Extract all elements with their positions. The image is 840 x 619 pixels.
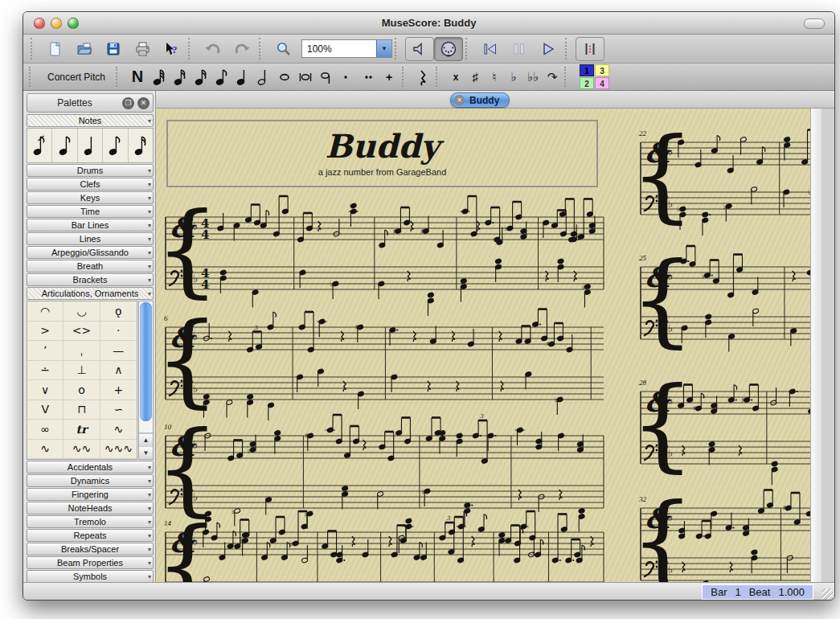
redo-button[interactable] [227,37,256,61]
longa-note-button[interactable] [316,66,337,88]
palette-item-marcato[interactable]: ∧ [100,361,137,381]
toolbar-separator[interactable] [402,67,410,87]
new-button[interactable] [41,37,70,61]
toolbar-separator[interactable] [29,67,37,87]
sound-on-button[interactable] [405,37,434,61]
palette-scrollbar-thumb[interactable] [140,302,152,421]
palette-item-ouvert[interactable]: ǫ [100,301,137,322]
32nd-note-button[interactable] [170,66,191,88]
voice-4-button[interactable]: 4 [595,77,609,89]
palette-section-clefs[interactable]: Clefs▾ [27,178,154,191]
tie-button[interactable]: + [379,66,400,88]
tab-close-icon[interactable]: ✕ [454,95,465,105]
palette-item-prall-prall[interactable]: ∿∿ [64,440,100,460]
palette-section-symbols[interactable]: Symbols▾ [27,570,154,582]
zoom-select[interactable]: 100%▼ [301,39,392,58]
zoom-dropdown-arrow-icon[interactable]: ▼ [376,40,391,57]
title-bar[interactable]: MuseScore: Buddy [23,12,834,35]
palette-item-fermata[interactable]: ◠ [27,301,64,322]
print-button[interactable] [128,37,157,61]
palette-item-appoggiatura-eighth[interactable] [52,129,77,162]
score-title-frame[interactable]: Buddy a jazz number from GarageBand [166,120,598,187]
palette-item-tenuto[interactable]: — [100,341,137,361]
voice-2-button[interactable]: 2 [580,77,594,89]
palettes-close-button[interactable]: ✕ [137,97,150,109]
whats-this-button[interactable]: ? [157,37,186,61]
palette-section-breath[interactable]: Breath▾ [27,260,154,273]
palette-section-keys[interactable]: Keys▾ [27,191,154,204]
palette-item-staccato[interactable]: · [100,322,137,342]
palette-item-prall[interactable]: ∿ [100,420,137,440]
palette-item-espressivo[interactable]: <> [64,322,100,342]
palette-section-brackets[interactable]: Brackets▾ [27,273,154,286]
palette-item-grace-eighth[interactable] [103,129,128,162]
palette-item-open-harmonic[interactable]: o [64,380,100,400]
palette-section-lines[interactable]: Lines▾ [27,232,154,245]
palette-item-grace-16th[interactable] [129,129,153,162]
score-vertical-scrollbar[interactable] [810,109,822,582]
palette-item-staccatissimo-above[interactable]: ʼ [27,341,64,361]
palette-section-fingering[interactable]: Fingering▾ [27,488,154,501]
natural-button[interactable]: ♮ [485,66,504,88]
palette-item-fermata-below[interactable]: ◡ [64,301,100,322]
palette-item-portato-below[interactable]: ⊥ [64,361,100,381]
palette-section-drums[interactable]: Drums▾ [27,164,154,177]
palette-section-beam-properties[interactable]: Beam Properties▾ [27,556,154,569]
palette-item-marcato-below[interactable]: ∨ [27,380,64,400]
toolbar-separator[interactable] [565,38,573,59]
palette-item-up-bow[interactable]: V [27,400,64,420]
toolbar-separator[interactable] [395,38,403,59]
resize-grip[interactable] [822,588,833,600]
voice-1-button[interactable]: 1 [580,64,594,76]
palette-section-repeats[interactable]: Repeats▾ [27,529,154,542]
palette-item-staccatissimo-below[interactable]: ˌ [64,341,100,361]
16th-note-button[interactable] [191,66,211,88]
palette-item-mordent[interactable]: ∿ [27,440,64,460]
toolbar-separator[interactable] [436,67,444,87]
half-note-button[interactable] [253,66,274,88]
magnifier-button[interactable] [269,37,298,61]
palette-section-accidentals[interactable]: Accidentals▾ [27,461,154,473]
toolbar-separator[interactable] [188,38,196,59]
palette-scrollbar[interactable]: ▲ ▼ [138,301,154,460]
palette-item-portato-above[interactable]: ∸ [27,361,64,381]
play-repeats-button[interactable] [576,37,604,61]
palette-item-reverse-turn[interactable]: ∞ [27,420,64,440]
quarter-rest-button[interactable] [412,66,433,88]
concert-pitch-button[interactable]: Concert Pitch [39,72,113,83]
double-flat-button[interactable]: ♭♭ [523,66,543,88]
note-entry-button[interactable]: N [126,68,149,86]
augmentation-dot-button[interactable] [337,66,358,88]
palette-item-sforzato-accent[interactable]: > [27,322,64,342]
palette-item-down-bow[interactable]: ⊓ [64,400,100,420]
eighth-note-button[interactable] [211,66,232,88]
palette-item-grace-quarter[interactable] [78,129,103,162]
breve-note-button[interactable] [295,66,316,88]
save-button[interactable] [99,37,128,61]
document-tab-buddy[interactable]: ✕ Buddy [450,92,510,108]
flip-direction-button[interactable]: ↷ [543,66,562,88]
flat-button[interactable]: ♭ [504,66,523,88]
palette-section-arpeggio-glissando[interactable]: Arpeggio/Glissando▾ [27,246,154,259]
palette-item-turn[interactable]: ∽ [100,400,137,420]
palettes-header[interactable]: Palettes ❐ ✕ [27,93,154,113]
toolbar-separator[interactable] [564,67,572,87]
64th-note-button[interactable] [149,66,170,88]
score-canvas[interactable]: {&♭♭♭♭♭♭4444♭♯♯♭♯♭{6&♭♭♭♭♭♭3♯♯♭{10&♭♭♭♭♭… [156,109,810,582]
toolbar-separator[interactable] [116,67,124,87]
palette-item-trill[interactable]: tr [64,420,100,440]
sharp-button[interactable]: ♯ [465,66,485,88]
voice-3-button[interactable]: 3 [595,64,609,76]
palette-section-bar-lines[interactable]: Bar Lines▾ [27,219,154,232]
toolbar-toggle-button[interactable] [804,18,825,29]
double-augmentation-dot-button[interactable] [358,66,379,88]
quarter-note-button[interactable] [232,66,253,88]
midi-in-button[interactable] [434,37,463,61]
palette-section-time[interactable]: Time▾ [27,205,154,218]
scroll-up-arrow-icon[interactable]: ▲ [139,433,153,446]
palettes-float-button[interactable]: ❐ [122,97,134,109]
palette-section-articulations-ornaments[interactable]: Articulations, Ornaments▾ [27,287,154,300]
scroll-down-arrow-icon[interactable]: ▼ [139,446,153,459]
palette-section-noteheads[interactable]: NoteHeads▾ [27,502,154,514]
whole-note-button[interactable] [274,66,295,88]
